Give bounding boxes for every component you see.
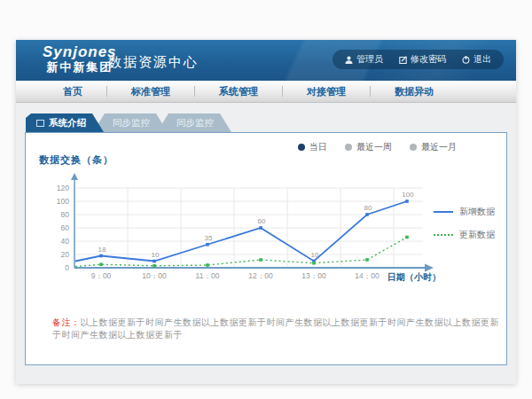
power-icon bbox=[462, 56, 470, 64]
page-title: 数据资源中心 bbox=[108, 54, 199, 71]
nav-item-standard-mgmt[interactable]: 标准管理 bbox=[107, 85, 194, 98]
radio-last-month[interactable]: 最近一月 bbox=[410, 141, 457, 153]
user-icon bbox=[345, 56, 353, 64]
user-name-button[interactable]: 管理员 bbox=[345, 53, 383, 66]
tab-sync-monitor-2[interactable]: 同步监控 bbox=[157, 113, 231, 132]
legend-label: 更新数据 bbox=[459, 229, 495, 241]
radio-label: 最近一月 bbox=[421, 141, 457, 153]
legend-label: 新增数据 bbox=[459, 206, 495, 218]
svg-text:10：00: 10：00 bbox=[142, 271, 167, 280]
svg-text:80: 80 bbox=[61, 210, 70, 219]
legend-line-solid-icon bbox=[434, 211, 453, 213]
svg-text:60: 60 bbox=[258, 217, 266, 225]
content-area: 系统介绍 同步监控 同步监控 当日 最近一周 bbox=[16, 104, 516, 384]
svg-text:10: 10 bbox=[311, 251, 319, 259]
user-toolbar: 管理员 修改密码 退出 bbox=[332, 50, 504, 69]
footnote: 备注：以上数据更新于时间产生数据以上数据更新于时间产生数据以上数据更新于时间产生… bbox=[52, 317, 506, 341]
svg-text:10: 10 bbox=[152, 251, 160, 259]
y-axis-title: 数据交换（条） bbox=[39, 153, 113, 167]
svg-text:日期（小时）: 日期（小时） bbox=[387, 272, 441, 282]
radio-dot-icon bbox=[298, 144, 305, 151]
svg-text:40: 40 bbox=[61, 237, 70, 246]
tab-bar: 系统介绍 同步监控 同步监控 bbox=[26, 113, 507, 132]
radio-last-week[interactable]: 最近一周 bbox=[345, 141, 392, 153]
tab-sync-monitor-1[interactable]: 同步监控 bbox=[93, 113, 168, 132]
svg-text:0: 0 bbox=[65, 263, 69, 272]
svg-text:80: 80 bbox=[364, 204, 372, 212]
nav-item-interface-mgmt[interactable]: 对接管理 bbox=[283, 85, 370, 98]
svg-text:60: 60 bbox=[61, 223, 70, 232]
change-password-label: 修改密码 bbox=[411, 53, 446, 66]
user-name-label: 管理员 bbox=[356, 53, 383, 66]
edit-icon bbox=[399, 56, 407, 64]
svg-text:35: 35 bbox=[205, 234, 213, 242]
legend-line-dotted-icon bbox=[434, 234, 453, 236]
radio-dot-icon bbox=[345, 144, 352, 151]
svg-text:120: 120 bbox=[57, 184, 69, 192]
svg-text:18: 18 bbox=[98, 246, 106, 254]
nav-item-system-mgmt[interactable]: 系统管理 bbox=[195, 85, 282, 98]
chart-panel: 当日 最近一周 最近一月 数据交换（条） 0204060801001209：00… bbox=[25, 132, 507, 365]
svg-text:100: 100 bbox=[402, 191, 414, 199]
svg-text:12：00: 12：00 bbox=[248, 271, 273, 280]
tab-label: 同步监控 bbox=[113, 117, 150, 129]
tab-label: 系统介绍 bbox=[49, 117, 86, 129]
logout-button[interactable]: 退出 bbox=[462, 53, 491, 66]
brand-logo: Synjones 新中新集团 bbox=[43, 44, 117, 74]
legend-item-updated-data[interactable]: 更新数据 bbox=[434, 229, 495, 241]
footnote-text: 以上数据更新于时间产生数据以上数据更新于时间产生数据以上数据更新于时间产生数据以… bbox=[52, 317, 499, 340]
footnote-prefix: 备注： bbox=[52, 317, 81, 327]
logo-text-en: Synjones bbox=[43, 44, 117, 61]
time-range-selector: 当日 最近一周 最近一月 bbox=[298, 141, 457, 153]
svg-text:9：00: 9：00 bbox=[91, 271, 112, 280]
document-icon bbox=[36, 120, 44, 127]
main-nav: 首页 标准管理 系统管理 对接管理 数据异动 bbox=[16, 81, 516, 103]
svg-text:11：00: 11：00 bbox=[196, 271, 220, 280]
radio-label: 最近一周 bbox=[356, 141, 392, 153]
tab-system-intro[interactable]: 系统介绍 bbox=[26, 113, 104, 132]
app-window: Synjones 新中新集团 数据资源中心 管理员 修改密码 退出 首页 标准管… bbox=[16, 40, 516, 384]
chart-legend: 新增数据 更新数据 bbox=[434, 206, 495, 241]
legend-item-new-data[interactable]: 新增数据 bbox=[434, 206, 495, 218]
svg-text:14：00: 14：00 bbox=[355, 271, 379, 280]
radio-label: 当日 bbox=[309, 141, 327, 153]
logo-text-cn: 新中新集团 bbox=[43, 61, 117, 74]
svg-text:20: 20 bbox=[61, 250, 70, 259]
nav-item-data-change[interactable]: 数据异动 bbox=[371, 85, 458, 98]
top-header: Synjones 新中新集团 数据资源中心 管理员 修改密码 退出 bbox=[16, 40, 516, 81]
svg-text:13：00: 13：00 bbox=[301, 271, 326, 280]
radio-today[interactable]: 当日 bbox=[298, 141, 327, 153]
nav-item-home[interactable]: 首页 bbox=[39, 85, 106, 98]
tab-label: 同步监控 bbox=[176, 117, 214, 129]
logout-label: 退出 bbox=[473, 53, 491, 66]
radio-dot-icon bbox=[410, 144, 417, 151]
line-chart: 0204060801001209：0010：0011：0012：0013：001… bbox=[35, 168, 451, 293]
change-password-button[interactable]: 修改密码 bbox=[399, 53, 446, 66]
svg-text:100: 100 bbox=[57, 197, 69, 206]
